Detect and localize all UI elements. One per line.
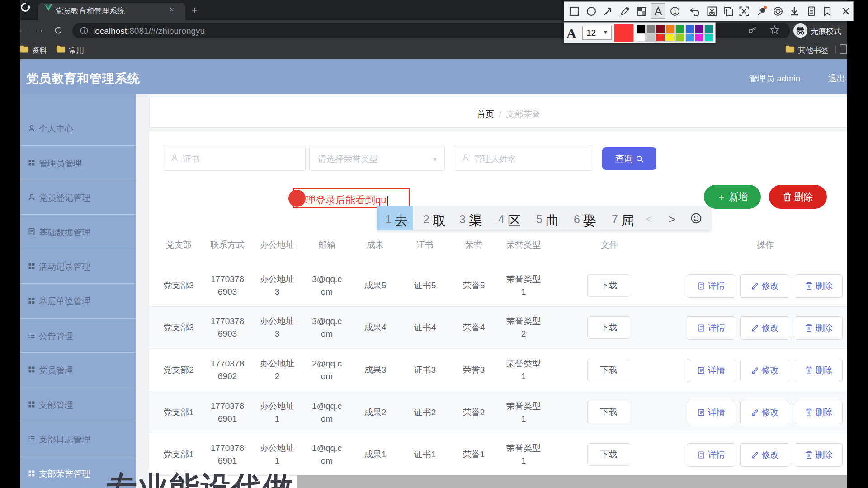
svg-text:1: 1 bbox=[673, 8, 676, 15]
